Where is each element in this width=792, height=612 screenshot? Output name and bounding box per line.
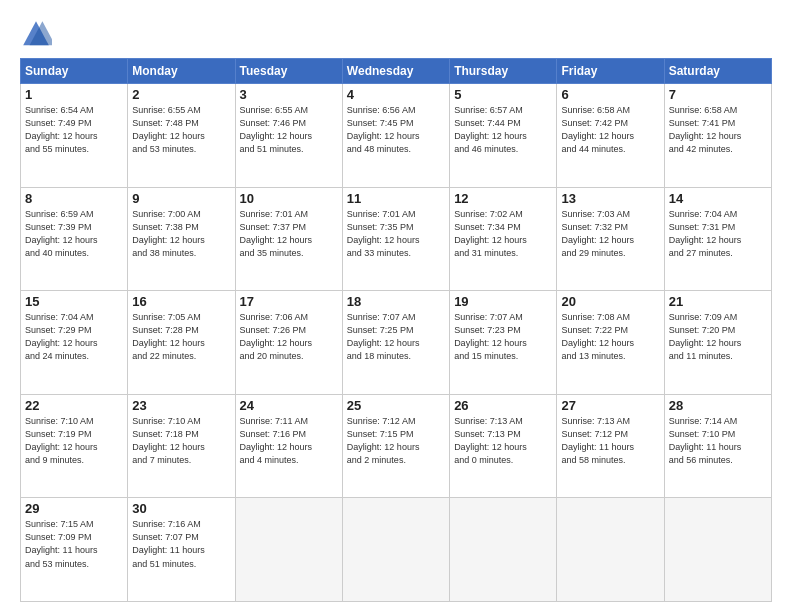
day-number: 12 — [454, 191, 552, 206]
day-number: 26 — [454, 398, 552, 413]
day-number: 15 — [25, 294, 123, 309]
day-info: Sunrise: 7:07 AMSunset: 7:23 PMDaylight:… — [454, 311, 552, 363]
calendar-cell: 28Sunrise: 7:14 AMSunset: 7:10 PMDayligh… — [664, 394, 771, 498]
day-info: Sunrise: 7:15 AMSunset: 7:09 PMDaylight:… — [25, 518, 123, 570]
day-number: 4 — [347, 87, 445, 102]
calendar-week-5: 29Sunrise: 7:15 AMSunset: 7:09 PMDayligh… — [21, 498, 772, 602]
calendar-header-row: SundayMondayTuesdayWednesdayThursdayFrid… — [21, 59, 772, 84]
day-info: Sunrise: 7:14 AMSunset: 7:10 PMDaylight:… — [669, 415, 767, 467]
day-info: Sunrise: 7:09 AMSunset: 7:20 PMDaylight:… — [669, 311, 767, 363]
day-info: Sunrise: 7:10 AMSunset: 7:19 PMDaylight:… — [25, 415, 123, 467]
calendar-cell: 25Sunrise: 7:12 AMSunset: 7:15 PMDayligh… — [342, 394, 449, 498]
day-number: 19 — [454, 294, 552, 309]
calendar-cell — [235, 498, 342, 602]
column-header-saturday: Saturday — [664, 59, 771, 84]
column-header-friday: Friday — [557, 59, 664, 84]
day-number: 2 — [132, 87, 230, 102]
calendar-cell: 23Sunrise: 7:10 AMSunset: 7:18 PMDayligh… — [128, 394, 235, 498]
day-number: 21 — [669, 294, 767, 309]
day-info: Sunrise: 7:04 AMSunset: 7:31 PMDaylight:… — [669, 208, 767, 260]
calendar-cell: 7Sunrise: 6:58 AMSunset: 7:41 PMDaylight… — [664, 84, 771, 188]
day-number: 6 — [561, 87, 659, 102]
calendar-cell: 18Sunrise: 7:07 AMSunset: 7:25 PMDayligh… — [342, 291, 449, 395]
day-info: Sunrise: 6:58 AMSunset: 7:42 PMDaylight:… — [561, 104, 659, 156]
day-info: Sunrise: 7:00 AMSunset: 7:38 PMDaylight:… — [132, 208, 230, 260]
column-header-sunday: Sunday — [21, 59, 128, 84]
calendar-week-3: 15Sunrise: 7:04 AMSunset: 7:29 PMDayligh… — [21, 291, 772, 395]
day-info: Sunrise: 7:07 AMSunset: 7:25 PMDaylight:… — [347, 311, 445, 363]
calendar-cell: 20Sunrise: 7:08 AMSunset: 7:22 PMDayligh… — [557, 291, 664, 395]
day-number: 20 — [561, 294, 659, 309]
calendar-cell: 5Sunrise: 6:57 AMSunset: 7:44 PMDaylight… — [450, 84, 557, 188]
column-header-monday: Monday — [128, 59, 235, 84]
day-info: Sunrise: 7:03 AMSunset: 7:32 PMDaylight:… — [561, 208, 659, 260]
calendar-cell: 17Sunrise: 7:06 AMSunset: 7:26 PMDayligh… — [235, 291, 342, 395]
day-number: 13 — [561, 191, 659, 206]
calendar-cell: 26Sunrise: 7:13 AMSunset: 7:13 PMDayligh… — [450, 394, 557, 498]
calendar-cell: 30Sunrise: 7:16 AMSunset: 7:07 PMDayligh… — [128, 498, 235, 602]
calendar-cell: 27Sunrise: 7:13 AMSunset: 7:12 PMDayligh… — [557, 394, 664, 498]
calendar-body: 1Sunrise: 6:54 AMSunset: 7:49 PMDaylight… — [21, 84, 772, 602]
calendar-cell: 14Sunrise: 7:04 AMSunset: 7:31 PMDayligh… — [664, 187, 771, 291]
day-info: Sunrise: 7:02 AMSunset: 7:34 PMDaylight:… — [454, 208, 552, 260]
calendar-cell — [450, 498, 557, 602]
day-info: Sunrise: 6:54 AMSunset: 7:49 PMDaylight:… — [25, 104, 123, 156]
day-number: 25 — [347, 398, 445, 413]
day-number: 11 — [347, 191, 445, 206]
day-info: Sunrise: 6:55 AMSunset: 7:48 PMDaylight:… — [132, 104, 230, 156]
day-number: 30 — [132, 501, 230, 516]
calendar-cell: 12Sunrise: 7:02 AMSunset: 7:34 PMDayligh… — [450, 187, 557, 291]
day-info: Sunrise: 7:01 AMSunset: 7:37 PMDaylight:… — [240, 208, 338, 260]
day-info: Sunrise: 7:16 AMSunset: 7:07 PMDaylight:… — [132, 518, 230, 570]
day-info: Sunrise: 6:58 AMSunset: 7:41 PMDaylight:… — [669, 104, 767, 156]
day-number: 8 — [25, 191, 123, 206]
day-info: Sunrise: 6:57 AMSunset: 7:44 PMDaylight:… — [454, 104, 552, 156]
day-number: 16 — [132, 294, 230, 309]
column-header-wednesday: Wednesday — [342, 59, 449, 84]
day-number: 22 — [25, 398, 123, 413]
day-number: 29 — [25, 501, 123, 516]
day-info: Sunrise: 7:12 AMSunset: 7:15 PMDaylight:… — [347, 415, 445, 467]
calendar-cell: 10Sunrise: 7:01 AMSunset: 7:37 PMDayligh… — [235, 187, 342, 291]
calendar-cell: 2Sunrise: 6:55 AMSunset: 7:48 PMDaylight… — [128, 84, 235, 188]
calendar-cell: 22Sunrise: 7:10 AMSunset: 7:19 PMDayligh… — [21, 394, 128, 498]
day-number: 9 — [132, 191, 230, 206]
day-info: Sunrise: 6:56 AMSunset: 7:45 PMDaylight:… — [347, 104, 445, 156]
calendar-cell: 24Sunrise: 7:11 AMSunset: 7:16 PMDayligh… — [235, 394, 342, 498]
calendar-header: SundayMondayTuesdayWednesdayThursdayFrid… — [21, 59, 772, 84]
day-number: 7 — [669, 87, 767, 102]
day-number: 1 — [25, 87, 123, 102]
day-info: Sunrise: 7:13 AMSunset: 7:13 PMDaylight:… — [454, 415, 552, 467]
calendar-week-2: 8Sunrise: 6:59 AMSunset: 7:39 PMDaylight… — [21, 187, 772, 291]
calendar-cell: 4Sunrise: 6:56 AMSunset: 7:45 PMDaylight… — [342, 84, 449, 188]
day-info: Sunrise: 7:10 AMSunset: 7:18 PMDaylight:… — [132, 415, 230, 467]
calendar-cell — [342, 498, 449, 602]
calendar-cell: 29Sunrise: 7:15 AMSunset: 7:09 PMDayligh… — [21, 498, 128, 602]
day-number: 3 — [240, 87, 338, 102]
calendar-cell: 15Sunrise: 7:04 AMSunset: 7:29 PMDayligh… — [21, 291, 128, 395]
calendar-cell: 11Sunrise: 7:01 AMSunset: 7:35 PMDayligh… — [342, 187, 449, 291]
day-number: 27 — [561, 398, 659, 413]
calendar-cell — [557, 498, 664, 602]
day-number: 18 — [347, 294, 445, 309]
header — [20, 18, 772, 50]
day-number: 24 — [240, 398, 338, 413]
day-info: Sunrise: 6:55 AMSunset: 7:46 PMDaylight:… — [240, 104, 338, 156]
calendar-cell: 19Sunrise: 7:07 AMSunset: 7:23 PMDayligh… — [450, 291, 557, 395]
calendar-week-4: 22Sunrise: 7:10 AMSunset: 7:19 PMDayligh… — [21, 394, 772, 498]
column-header-tuesday: Tuesday — [235, 59, 342, 84]
day-number: 17 — [240, 294, 338, 309]
calendar-cell: 21Sunrise: 7:09 AMSunset: 7:20 PMDayligh… — [664, 291, 771, 395]
day-number: 23 — [132, 398, 230, 413]
calendar-cell: 8Sunrise: 6:59 AMSunset: 7:39 PMDaylight… — [21, 187, 128, 291]
day-info: Sunrise: 7:05 AMSunset: 7:28 PMDaylight:… — [132, 311, 230, 363]
calendar-cell: 16Sunrise: 7:05 AMSunset: 7:28 PMDayligh… — [128, 291, 235, 395]
calendar-cell: 3Sunrise: 6:55 AMSunset: 7:46 PMDaylight… — [235, 84, 342, 188]
logo-icon — [20, 18, 52, 50]
calendar-cell: 13Sunrise: 7:03 AMSunset: 7:32 PMDayligh… — [557, 187, 664, 291]
logo — [20, 18, 56, 50]
day-info: Sunrise: 7:08 AMSunset: 7:22 PMDaylight:… — [561, 311, 659, 363]
calendar-cell: 1Sunrise: 6:54 AMSunset: 7:49 PMDaylight… — [21, 84, 128, 188]
day-info: Sunrise: 7:11 AMSunset: 7:16 PMDaylight:… — [240, 415, 338, 467]
day-number: 10 — [240, 191, 338, 206]
